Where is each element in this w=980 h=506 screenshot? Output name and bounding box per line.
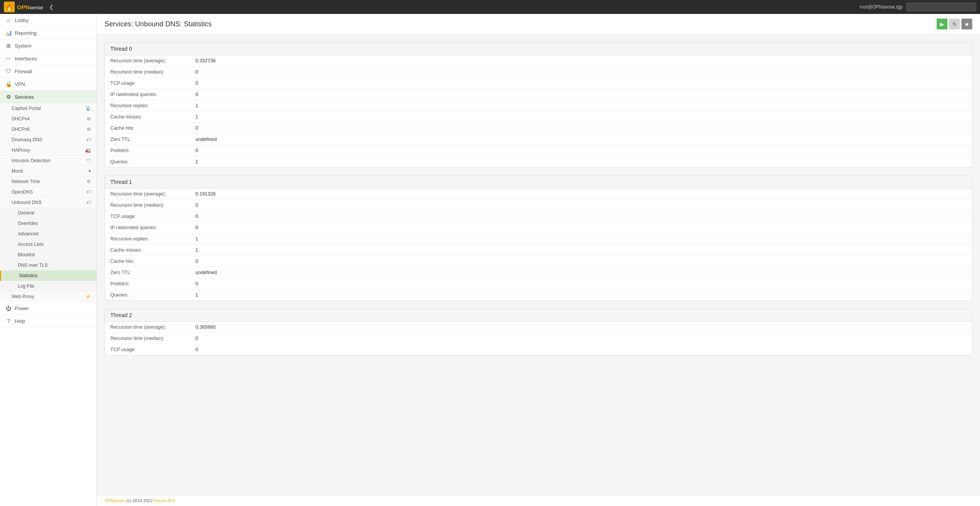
stat-row: Zero TTL: undefined <box>105 134 972 145</box>
content-header: Services: Unbound DNS: Statistics ▶ ↻ ■ <box>97 14 980 34</box>
sidebar-item-vpn[interactable]: 🔒 VPN <box>0 78 96 91</box>
sidebar-item-intrusion-detection[interactable]: Intrusion Detection 🛡 <box>0 156 96 166</box>
haproxy-icon: 🚛 <box>85 148 91 153</box>
sidebar-item-dhcpv6[interactable]: DHCPv6 ⚙ <box>0 124 96 135</box>
search-input[interactable] <box>906 3 976 11</box>
footer-brand-link[interactable]: OPNsense <box>105 498 125 503</box>
unbound-dns-label: Unbound DNS <box>12 200 41 205</box>
stat-label: Recursion time (average): <box>110 324 195 330</box>
sidebar-item-overrides[interactable]: Overrides <box>0 218 96 229</box>
stat-value: 1 <box>195 114 198 120</box>
sidebar-item-interfaces[interactable]: ↔ Interfaces <box>0 52 96 65</box>
main-content: Services: Unbound DNS: Statistics ▶ ↻ ■ … <box>97 14 980 506</box>
stat-label: TCP usage: <box>110 214 195 219</box>
stat-value: 0 <box>195 225 198 230</box>
thread-2-stats: Recursion time (average): 0.365660 Recur… <box>105 322 972 355</box>
stat-label: Recursion time (median): <box>110 69 195 75</box>
stat-value: 0 <box>195 281 198 286</box>
network-time-label: Network Time <box>12 179 40 184</box>
stat-value: 0 <box>195 92 198 97</box>
sidebar-item-unbound-dns[interactable]: Unbound DNS 🏷 <box>0 197 96 208</box>
sidebar-item-haproxy[interactable]: HAProxy 🚛 <box>0 145 96 156</box>
sidebar-label-help: Help <box>15 318 25 324</box>
stat-value: 0 <box>195 125 198 131</box>
stat-label: Cache hits: <box>110 259 195 264</box>
sidebar-item-blocklist[interactable]: Blocklist <box>0 250 96 260</box>
sidebar-item-statistics[interactable]: Statistics <box>0 271 96 281</box>
stat-value: 0 <box>195 347 198 352</box>
stat-row: Recursion time (average): 0.365660 <box>105 322 972 333</box>
stat-label: Queries: <box>110 159 195 165</box>
stat-label: Recursion time (median): <box>110 202 195 208</box>
intrusion-detection-label: Intrusion Detection <box>12 158 50 163</box>
statistics-label: Statistics <box>19 273 38 278</box>
thread-0-section: Thread 0 Recursion time (average): 0.332… <box>105 42 972 168</box>
sidebar-item-reporting[interactable]: 📊 Reporting <box>0 27 96 39</box>
stat-row: Prefetch: 0 <box>105 278 972 290</box>
stat-label: Recursive replies: <box>110 236 195 242</box>
sidebar-item-monit[interactable]: Monit ♥ <box>0 166 96 177</box>
footer-company-link[interactable]: Deciso B.V. <box>154 498 176 503</box>
stat-value: 0 <box>195 81 198 86</box>
stat-value: 1 <box>195 292 198 298</box>
page-title: Services: Unbound DNS: Statistics <box>105 20 212 28</box>
unbound-dns-submenu: General Overrides Advanced Access Lists … <box>0 208 96 292</box>
system-icon: ⊞ <box>5 43 12 49</box>
unbound-dns-icon: 🏷 <box>86 200 91 205</box>
sidebar-item-power[interactable]: ⏻ Power <box>0 302 96 315</box>
opendns-label: OpenDNS <box>12 189 33 195</box>
sidebar-item-firewall[interactable]: 🛡 Firewall <box>0 65 96 78</box>
sidebar-item-opendns[interactable]: OpenDNS 🏷 <box>0 187 96 197</box>
stat-label: Cache misses: <box>110 114 195 120</box>
sidebar-item-dhcpv4[interactable]: DHCPv4 ⚙ <box>0 114 96 124</box>
stat-label: Recursion time (average): <box>110 58 195 63</box>
refresh-button[interactable]: ↻ <box>949 19 960 29</box>
sidebar: ⌂ Lobby 📊 Reporting ⊞ System ↔ Interface… <box>0 14 97 506</box>
topbar-left: 🔥 OPNsense ❮ <box>4 2 56 12</box>
collapse-sidebar-button[interactable]: ❮ <box>47 3 56 11</box>
stat-row: TCP usage: 0 <box>105 211 972 222</box>
stat-value: 1 <box>195 159 198 165</box>
stat-row: Cache hits: 0 <box>105 123 972 134</box>
sidebar-item-services[interactable]: ⚙ Services <box>0 91 96 103</box>
sidebar-item-access-lists[interactable]: Access Lists <box>0 239 96 250</box>
stat-row: Cache misses: 1 <box>105 111 972 123</box>
stat-row: Recursive replies: 1 <box>105 233 972 245</box>
captive-portal-icon: 📡 <box>85 106 91 111</box>
captive-portal-label: Captive Portal <box>12 106 41 111</box>
logo-text: OPNsense <box>17 4 43 10</box>
sidebar-label-power: Power <box>15 305 29 311</box>
sidebar-item-general[interactable]: General <box>0 208 96 218</box>
sidebar-item-advanced[interactable]: Advanced <box>0 229 96 239</box>
sidebar-item-web-proxy[interactable]: Web Proxy ⚡ <box>0 292 96 302</box>
stat-label: Recursive replies: <box>110 103 195 108</box>
stat-row: Recursion time (median): 0 <box>105 200 972 211</box>
sidebar-item-dns-over-tls[interactable]: DNS over TLS <box>0 260 96 271</box>
stat-row: TCP usage: 0 <box>105 344 972 355</box>
stat-label: IP ratelimited queries: <box>110 92 195 97</box>
dhcpv4-icon: ⚙ <box>87 116 91 122</box>
stat-row: Recursion time (median): 0 <box>105 67 972 78</box>
sidebar-item-help[interactable]: ? Help <box>0 315 96 328</box>
stat-row: Recursion time (median): 0 <box>105 333 972 344</box>
stat-row: Recursion time (average): 0.191326 <box>105 189 972 200</box>
dns-over-tls-label: DNS over TLS <box>18 262 48 268</box>
sidebar-label-lobby: Lobby <box>15 17 28 23</box>
stat-value: 0 <box>195 148 198 153</box>
sidebar-item-system[interactable]: ⊞ System <box>0 39 96 52</box>
stat-value: 0 <box>195 202 198 208</box>
play-button[interactable]: ▶ <box>937 19 947 29</box>
sidebar-item-lobby[interactable]: ⌂ Lobby <box>0 14 96 27</box>
sidebar-label-firewall: Firewall <box>15 69 32 74</box>
stat-label: Cache misses: <box>110 247 195 253</box>
stat-value: 1 <box>195 247 198 253</box>
stat-row: Cache hits: 0 <box>105 256 972 267</box>
sidebar-item-captive-portal[interactable]: Captive Portal 📡 <box>0 103 96 114</box>
sidebar-item-network-time[interactable]: Network Time ⚙ <box>0 177 96 187</box>
stat-value: 0.365660 <box>195 324 216 330</box>
sidebar-item-dnsmasq[interactable]: Dnsmasq DNS 🏷 <box>0 135 96 145</box>
sidebar-item-log-file[interactable]: Log File <box>0 281 96 292</box>
stop-button[interactable]: ■ <box>961 19 972 29</box>
stat-row: Queries: 1 <box>105 156 972 167</box>
stat-row: Queries: 1 <box>105 290 972 300</box>
